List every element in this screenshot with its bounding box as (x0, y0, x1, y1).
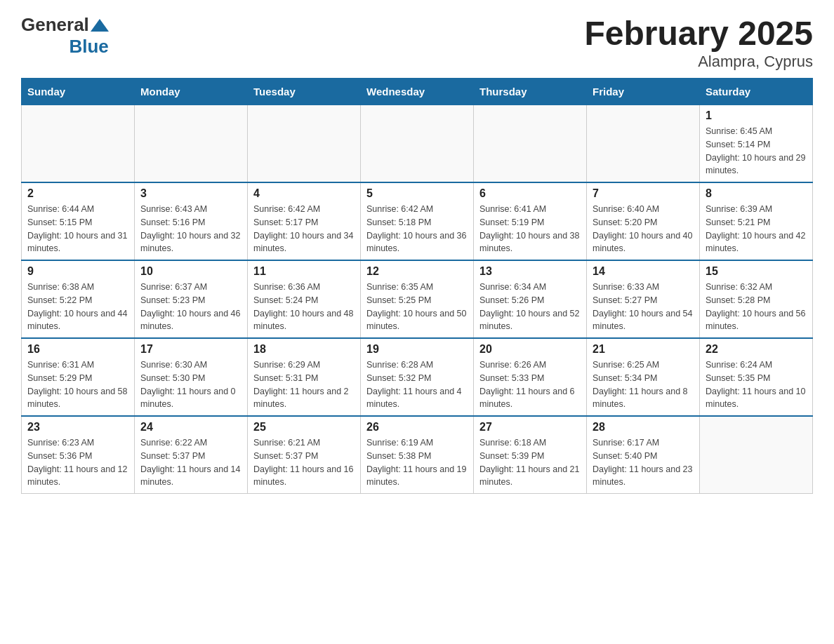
day-number: 6 (479, 187, 581, 200)
day-number: 12 (366, 265, 468, 278)
day-number: 3 (140, 187, 241, 200)
table-row (135, 105, 248, 183)
day-info: Sunrise: 6:36 AMSunset: 5:24 PMDaylight:… (253, 281, 355, 333)
day-number: 19 (366, 343, 468, 356)
table-row (22, 105, 135, 183)
day-number: 4 (253, 187, 355, 200)
day-number: 2 (27, 187, 128, 200)
day-number: 21 (593, 343, 694, 356)
logo: General Blue (21, 14, 109, 58)
day-info: Sunrise: 6:17 AMSunset: 5:40 PMDaylight:… (593, 436, 694, 489)
table-row: 5Sunrise: 6:42 AMSunset: 5:18 PMDaylight… (361, 182, 474, 260)
logo-blue-text: Blue (69, 36, 108, 58)
day-number: 7 (593, 187, 694, 200)
day-number: 13 (479, 265, 581, 278)
table-row: 18Sunrise: 6:29 AMSunset: 5:31 PMDayligh… (248, 338, 361, 416)
day-number: 15 (706, 265, 807, 278)
table-row: 19Sunrise: 6:28 AMSunset: 5:32 PMDayligh… (361, 338, 474, 416)
day-number: 5 (366, 187, 468, 200)
day-info: Sunrise: 6:18 AMSunset: 5:39 PMDaylight:… (479, 436, 581, 489)
header-tuesday: Tuesday (248, 79, 361, 105)
header-thursday: Thursday (474, 79, 587, 105)
day-number: 20 (479, 343, 581, 356)
table-row: 23Sunrise: 6:23 AMSunset: 5:36 PMDayligh… (22, 416, 135, 494)
title-block: February 2025 Alampra, Cyprus (584, 14, 813, 71)
day-number: 10 (140, 265, 241, 278)
table-row (248, 105, 361, 183)
location-subtitle: Alampra, Cyprus (584, 53, 813, 71)
table-row: 2Sunrise: 6:44 AMSunset: 5:15 PMDaylight… (22, 182, 135, 260)
table-row: 3Sunrise: 6:43 AMSunset: 5:16 PMDaylight… (135, 182, 248, 260)
day-info: Sunrise: 6:44 AMSunset: 5:15 PMDaylight:… (27, 203, 128, 255)
day-info: Sunrise: 6:40 AMSunset: 5:20 PMDaylight:… (593, 203, 694, 255)
logo-block: General Blue (21, 14, 109, 58)
table-row: 26Sunrise: 6:19 AMSunset: 5:38 PMDayligh… (361, 416, 474, 494)
page-title: February 2025 (584, 14, 813, 53)
day-number: 11 (253, 265, 355, 278)
logo-arrow-icon (91, 19, 109, 32)
day-info: Sunrise: 6:25 AMSunset: 5:34 PMDaylight:… (593, 358, 694, 411)
day-number: 1 (706, 109, 807, 122)
table-row: 13Sunrise: 6:34 AMSunset: 5:26 PMDayligh… (474, 260, 587, 338)
table-row: 4Sunrise: 6:42 AMSunset: 5:17 PMDaylight… (248, 182, 361, 260)
table-row (700, 416, 813, 494)
table-row: 15Sunrise: 6:32 AMSunset: 5:28 PMDayligh… (700, 260, 813, 338)
day-number: 23 (27, 421, 128, 434)
day-info: Sunrise: 6:38 AMSunset: 5:22 PMDaylight:… (27, 281, 128, 333)
day-number: 22 (706, 343, 807, 356)
day-number: 24 (140, 421, 241, 434)
header-friday: Friday (587, 79, 700, 105)
page-header: General Blue February 2025 Alampra, Cypr… (21, 14, 813, 71)
day-info: Sunrise: 6:35 AMSunset: 5:25 PMDaylight:… (366, 281, 468, 333)
table-row (361, 105, 474, 183)
table-row (474, 105, 587, 183)
table-row: 6Sunrise: 6:41 AMSunset: 5:19 PMDaylight… (474, 182, 587, 260)
logo-general-text: General (21, 14, 89, 36)
day-info: Sunrise: 6:28 AMSunset: 5:32 PMDaylight:… (366, 358, 468, 411)
day-info: Sunrise: 6:33 AMSunset: 5:27 PMDaylight:… (593, 281, 694, 333)
header-sunday: Sunday (22, 79, 135, 105)
day-info: Sunrise: 6:37 AMSunset: 5:23 PMDaylight:… (140, 281, 241, 333)
calendar-table: Sunday Monday Tuesday Wednesday Thursday… (21, 78, 813, 494)
day-info: Sunrise: 6:21 AMSunset: 5:37 PMDaylight:… (253, 436, 355, 489)
day-number: 28 (593, 421, 694, 434)
day-info: Sunrise: 6:34 AMSunset: 5:26 PMDaylight:… (479, 281, 581, 333)
table-row: 22Sunrise: 6:24 AMSunset: 5:35 PMDayligh… (700, 338, 813, 416)
day-info: Sunrise: 6:31 AMSunset: 5:29 PMDaylight:… (27, 358, 128, 411)
day-number: 9 (27, 265, 128, 278)
day-number: 25 (253, 421, 355, 434)
day-number: 26 (366, 421, 468, 434)
table-row: 20Sunrise: 6:26 AMSunset: 5:33 PMDayligh… (474, 338, 587, 416)
day-info: Sunrise: 6:24 AMSunset: 5:35 PMDaylight:… (706, 358, 807, 411)
day-info: Sunrise: 6:43 AMSunset: 5:16 PMDaylight:… (140, 203, 241, 255)
table-row: 16Sunrise: 6:31 AMSunset: 5:29 PMDayligh… (22, 338, 135, 416)
table-row: 10Sunrise: 6:37 AMSunset: 5:23 PMDayligh… (135, 260, 248, 338)
table-row: 9Sunrise: 6:38 AMSunset: 5:22 PMDaylight… (22, 260, 135, 338)
day-info: Sunrise: 6:42 AMSunset: 5:18 PMDaylight:… (366, 203, 468, 255)
table-row: 17Sunrise: 6:30 AMSunset: 5:30 PMDayligh… (135, 338, 248, 416)
header-wednesday: Wednesday (361, 79, 474, 105)
table-row: 24Sunrise: 6:22 AMSunset: 5:37 PMDayligh… (135, 416, 248, 494)
header-saturday: Saturday (700, 79, 813, 105)
day-info: Sunrise: 6:29 AMSunset: 5:31 PMDaylight:… (253, 358, 355, 411)
day-info: Sunrise: 6:26 AMSunset: 5:33 PMDaylight:… (479, 358, 581, 411)
table-row: 27Sunrise: 6:18 AMSunset: 5:39 PMDayligh… (474, 416, 587, 494)
day-number: 14 (593, 265, 694, 278)
table-row: 8Sunrise: 6:39 AMSunset: 5:21 PMDaylight… (700, 182, 813, 260)
table-row: 12Sunrise: 6:35 AMSunset: 5:25 PMDayligh… (361, 260, 474, 338)
table-row: 7Sunrise: 6:40 AMSunset: 5:20 PMDaylight… (587, 182, 700, 260)
day-number: 8 (706, 187, 807, 200)
day-info: Sunrise: 6:32 AMSunset: 5:28 PMDaylight:… (706, 281, 807, 333)
day-number: 18 (253, 343, 355, 356)
day-info: Sunrise: 6:39 AMSunset: 5:21 PMDaylight:… (706, 203, 807, 255)
header-monday: Monday (135, 79, 248, 105)
table-row: 14Sunrise: 6:33 AMSunset: 5:27 PMDayligh… (587, 260, 700, 338)
day-number: 27 (479, 421, 581, 434)
table-row: 28Sunrise: 6:17 AMSunset: 5:40 PMDayligh… (587, 416, 700, 494)
day-info: Sunrise: 6:41 AMSunset: 5:19 PMDaylight:… (479, 203, 581, 255)
day-number: 17 (140, 343, 241, 356)
table-row: 1Sunrise: 6:45 AMSunset: 5:14 PMDaylight… (700, 105, 813, 183)
day-info: Sunrise: 6:23 AMSunset: 5:36 PMDaylight:… (27, 436, 128, 489)
day-info: Sunrise: 6:19 AMSunset: 5:38 PMDaylight:… (366, 436, 468, 489)
day-info: Sunrise: 6:22 AMSunset: 5:37 PMDaylight:… (140, 436, 241, 489)
